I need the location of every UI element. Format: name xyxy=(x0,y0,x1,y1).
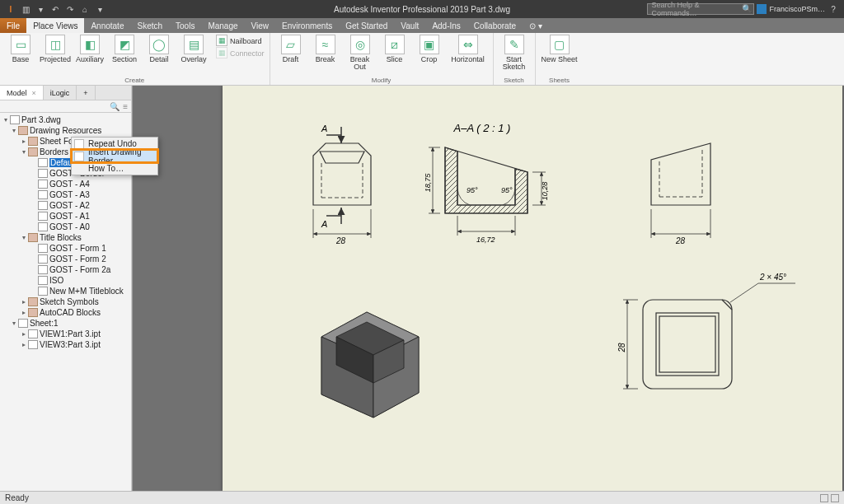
status-tray-button[interactable] xyxy=(831,494,839,502)
browser-search[interactable]: 🔍 ≡ xyxy=(0,100,131,113)
tree-node[interactable]: GOST - A3 xyxy=(0,189,131,200)
tree-node[interactable]: New M+M Titleblock xyxy=(0,286,131,296)
ribbon-tab-place-views[interactable]: Place Views xyxy=(26,18,84,33)
close-icon[interactable]: × xyxy=(32,89,36,97)
file-icon xyxy=(38,276,48,285)
tree-node-label: GOST - Form 2a xyxy=(49,265,110,274)
expand-icon[interactable]: ▸ xyxy=(20,138,28,145)
search-icon[interactable]: 🔍 xyxy=(742,4,752,13)
redo-icon[interactable]: ↷ xyxy=(64,3,76,15)
browser-menu-icon[interactable]: ≡ xyxy=(123,102,128,111)
drawing-canvas[interactable]: A A 28 A–A ( 2 : 1 ) xyxy=(132,86,844,491)
ribbon-group-label: Create xyxy=(5,77,265,85)
tree-node[interactable]: ▾Part 3.dwg xyxy=(0,114,131,125)
tree-node-label: GOST - Form 2 xyxy=(49,254,106,264)
slice-button[interactable]: ⧄Slice xyxy=(379,35,410,63)
ribbon-tab-overflow[interactable]: ⊙ ▾ xyxy=(523,18,549,33)
ribbon-tab-addins[interactable]: Add-Ins xyxy=(425,18,467,33)
ribbon-tab-get-started[interactable]: Get Started xyxy=(339,18,394,33)
expand-icon[interactable]: ▾ xyxy=(2,116,10,124)
tree-node[interactable]: GOST - A1 xyxy=(0,211,131,222)
folder-icon xyxy=(28,137,38,146)
break-button[interactable]: ≈Break xyxy=(310,35,341,63)
ribbon-tab-tools[interactable]: Tools xyxy=(169,18,201,33)
file-icon xyxy=(10,115,20,124)
breakout-button[interactable]: ◎Break Out xyxy=(345,35,376,71)
open-icon[interactable]: ▥ xyxy=(20,3,31,15)
horizontal-button[interactable]: ⇔Horizontal xyxy=(448,35,488,63)
folder-icon xyxy=(28,297,38,306)
tree-node[interactable]: ▸Sketch Symbols xyxy=(0,296,131,307)
auxiliary-button[interactable]: ◧Auxiliary xyxy=(74,35,106,63)
ribbon-tab-collaborate[interactable]: Collaborate xyxy=(467,18,523,33)
tree-node[interactable]: ISO xyxy=(0,275,131,286)
tree-node[interactable]: ▸AutoCAD Blocks xyxy=(0,307,131,318)
ribbon-tab-vault[interactable]: Vault xyxy=(394,18,425,33)
tree-node[interactable]: ▾Title Blocks xyxy=(0,232,131,243)
ctx-how-to[interactable]: How To… xyxy=(72,162,157,175)
status-tray-button[interactable] xyxy=(820,494,828,502)
ribbon-group-modify: ▱Draft ≈Break ◎Break Out ⧄Slice ▣Crop ⇔H… xyxy=(270,33,494,85)
expand-icon[interactable]: ▾ xyxy=(20,148,28,156)
tree-node[interactable]: ▸VIEW3:Part 3.ipt xyxy=(0,339,131,350)
connector-button[interactable]: ▦Connector xyxy=(216,47,265,58)
ribbon-tab-sketch[interactable]: Sketch xyxy=(130,18,169,33)
ribbon-tab-file[interactable]: File xyxy=(0,18,26,33)
new-sheet-icon: ▢ xyxy=(550,35,570,54)
tree-node[interactable]: GOST - Form 2a xyxy=(0,264,131,275)
save-icon[interactable]: ▾ xyxy=(35,3,46,15)
tree-node[interactable]: ▾Sheet:1 xyxy=(0,318,131,329)
expand-icon[interactable]: ▸ xyxy=(20,330,28,338)
projected-button[interactable]: ◫Projected xyxy=(40,35,71,63)
ribbon-tab-view[interactable]: View xyxy=(245,18,276,33)
user-menu[interactable]: FranciscoPSm… xyxy=(757,4,825,14)
expand-icon[interactable]: ▾ xyxy=(10,127,18,134)
more-icon[interactable]: ▾ xyxy=(94,3,106,15)
browser-tab-model[interactable]: Model× xyxy=(0,86,44,100)
connector-icon: ▦ xyxy=(216,47,227,58)
file-icon xyxy=(38,222,48,231)
ribbon-tab-annotate[interactable]: Annotate xyxy=(84,18,130,33)
expand-icon[interactable]: ▸ xyxy=(20,309,28,316)
file-icon xyxy=(18,319,28,328)
projected-icon: ◫ xyxy=(45,35,65,54)
ribbon-tab-environments[interactable]: Environments xyxy=(275,18,339,33)
ribbon-tab-manage[interactable]: Manage xyxy=(201,18,244,33)
arrow-a-top: A xyxy=(321,124,327,133)
browser-tab-ilogic[interactable]: iLogic xyxy=(44,86,77,100)
expand-icon[interactable]: ▸ xyxy=(20,341,28,348)
tree-node[interactable]: ▾Drawing Resources xyxy=(0,125,131,136)
status-text: Ready xyxy=(5,493,29,502)
tree-node[interactable]: ▸VIEW1:Part 3.ipt xyxy=(0,329,131,339)
help-icon[interactable]: ? xyxy=(828,3,839,15)
tree-node[interactable]: GOST - Form 2 xyxy=(0,254,131,264)
start-sketch-icon: ✎ xyxy=(504,35,524,54)
expand-icon[interactable]: ▾ xyxy=(20,234,28,241)
draft-button[interactable]: ▱Draft xyxy=(275,35,307,63)
tree-node[interactable]: GOST - A0 xyxy=(0,222,131,232)
new-sheet-button[interactable]: ▢New Sheet xyxy=(541,35,579,63)
overlay-button[interactable]: ▤Overlay xyxy=(178,35,209,63)
ctx-insert-drawing-border[interactable]: Insert Drawing Border… xyxy=(72,150,157,162)
detail-button[interactable]: ◯Detail xyxy=(143,35,175,63)
crop-button[interactable]: ▣Crop xyxy=(414,35,445,63)
file-icon xyxy=(28,340,38,349)
undo-icon[interactable]: ↶ xyxy=(49,3,61,15)
expand-icon[interactable]: ▾ xyxy=(10,320,18,327)
tree-node-label: GOST - A1 xyxy=(49,212,90,221)
ribbon-group-sketch: ✎Start Sketch Sketch xyxy=(494,33,536,85)
expand-icon[interactable]: ▸ xyxy=(20,298,28,306)
nailboard-button[interactable]: ▦Nailboard xyxy=(216,35,265,46)
tree-node[interactable]: GOST - A4 xyxy=(0,179,131,189)
section-button[interactable]: ◩Section xyxy=(109,35,140,63)
tree-node[interactable]: GOST - A2 xyxy=(0,200,131,211)
search-icon[interactable]: 🔍 xyxy=(110,102,120,111)
start-sketch-button[interactable]: ✎Start Sketch xyxy=(499,35,530,71)
draft-icon: ▱ xyxy=(281,35,301,54)
base-button[interactable]: ▭Base xyxy=(5,35,36,63)
tree-node[interactable]: GOST - Form 1 xyxy=(0,243,131,254)
browser-tab-add[interactable]: + xyxy=(77,86,95,100)
help-search-input[interactable]: Search Help & Commands… 🔍 xyxy=(647,3,754,15)
section-label: A–A ( 2 : 1 ) xyxy=(453,122,511,134)
home-icon[interactable]: ⌂ xyxy=(79,3,91,15)
